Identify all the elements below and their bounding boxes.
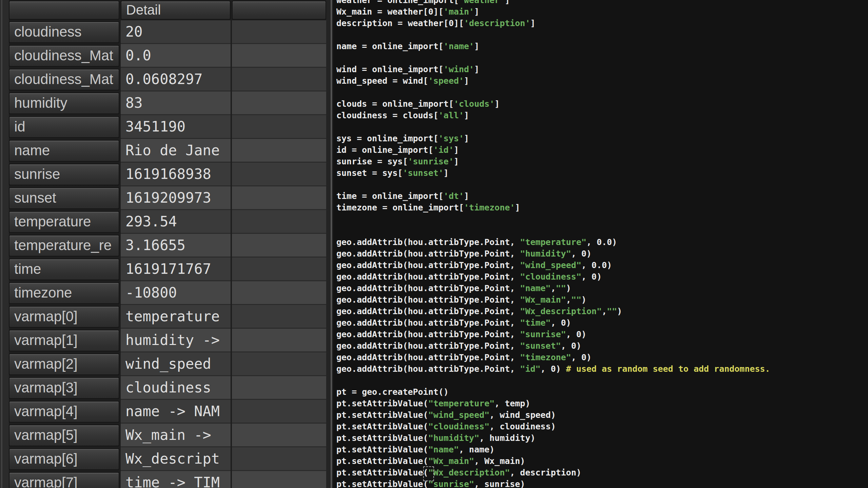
attribute-value-cell: cloudiness — [121, 376, 231, 400]
code-line: geo.addAttrib(hou.attribType.Point, "sun… — [336, 340, 770, 352]
attribute-name-cell[interactable]: cloudiness — [9, 21, 119, 43]
code-line: pt.setAttribValue("Wx_main", Wx_main) — [336, 455, 770, 467]
code-line: Wx_main = weather[0]['main'] — [336, 6, 770, 18]
code-line — [336, 87, 770, 98]
attribute-value-cell: 0.0 — [121, 44, 231, 68]
attribute-name-cell[interactable]: time — [9, 259, 119, 280]
attribute-value-cell: Rio de Jane — [121, 139, 231, 163]
attribute-row: varmap[3]cloudiness — [9, 376, 326, 400]
code-line: name = online_import['name'] — [336, 41, 770, 52]
code-line — [336, 179, 770, 190]
code-line: wind = online_import['wind'] — [336, 64, 770, 75]
attribute-row: cloudiness20 — [9, 20, 326, 44]
code-line: pt.setAttribValue("temperature", temp) — [336, 398, 770, 409]
code-line: sunrise = sys['sunrise'] — [336, 156, 770, 167]
attribute-extra-cell — [232, 258, 326, 281]
code-line: id = online_import['id'] — [336, 144, 770, 156]
attribute-extra-cell — [232, 92, 326, 115]
attribute-name-cell[interactable]: varmap[3] — [9, 377, 119, 399]
attribute-name-cell[interactable]: temperature — [9, 211, 119, 233]
column-header-extra[interactable] — [232, 1, 326, 20]
attribute-name-cell[interactable]: sunset — [9, 187, 119, 209]
code-line: geo.addAttrib(hou.attribType.Point, "Wx_… — [336, 294, 770, 306]
python-code-editor[interactable]: weather = online_import['weather']Wx_mai… — [334, 0, 868, 488]
attribute-extra-cell — [232, 447, 326, 471]
attribute-name-cell[interactable]: humidity — [9, 93, 119, 114]
attribute-extra-cell — [232, 376, 326, 400]
attribute-name-cell[interactable]: varmap[0] — [9, 306, 119, 328]
attribute-row: humidity83 — [9, 92, 326, 115]
attribute-name-cell[interactable]: timezone — [9, 282, 119, 304]
code-line: sunset = sys['sunset'] — [336, 167, 770, 179]
attribute-extra-cell — [232, 352, 326, 376]
column-header-detail[interactable]: Detail — [121, 1, 231, 20]
attribute-extra-cell — [232, 424, 326, 447]
code-text[interactable]: weather = online_import['weather']Wx_mai… — [336, 0, 770, 488]
code-line — [336, 121, 770, 133]
attribute-name-cell[interactable]: varmap[4] — [9, 401, 119, 423]
code-line: wind_speed = wind['speed'] — [336, 75, 770, 87]
attribute-value-cell: 293.54 — [121, 210, 231, 234]
code-line — [336, 214, 770, 225]
attribute-value-cell: temperature — [121, 305, 231, 329]
attribute-value-cell: 20 — [121, 20, 231, 44]
attribute-value-cell: -10800 — [121, 281, 231, 305]
panel-divider[interactable] — [326, 0, 334, 488]
attribute-extra-cell — [232, 139, 326, 163]
attribute-name-cell[interactable]: temperature_re — [9, 235, 119, 257]
attribute-name-cell[interactable]: cloudiness_Mat — [9, 69, 119, 90]
code-line: pt.setAttribValue("sunrise", sunrise) — [336, 479, 770, 488]
attribute-value-cell: Wx_descript — [121, 447, 231, 471]
attribute-extra-cell — [232, 68, 326, 92]
attribute-name-cell[interactable]: varmap[5] — [9, 425, 119, 446]
code-line: geo.addAttrib(hou.attribType.Point, "tim… — [336, 317, 770, 329]
spreadsheet-header-row: Detail — [9, 0, 326, 20]
attribute-extra-cell — [232, 163, 326, 186]
attribute-row: varmap[5]Wx_main -> — [9, 424, 326, 447]
attribute-extra-cell — [232, 186, 326, 210]
panel-left-border — [1, 0, 2, 488]
attribute-row: cloudiness_Mat0.0608297 — [9, 68, 326, 92]
attribute-row: temperature293.54 — [9, 210, 326, 234]
code-line: pt.setAttribValue("cloudiness", cloudine… — [336, 421, 770, 432]
attribute-row: varmap[1]humidity -> — [9, 329, 326, 352]
spreadsheet-rows: cloudiness20cloudiness_Mat0.0cloudiness_… — [9, 20, 326, 488]
attribute-value-cell: wind_speed — [121, 352, 231, 376]
attribute-name-cell[interactable]: varmap[7] — [9, 472, 119, 488]
attribute-name-cell[interactable]: name — [9, 140, 119, 162]
code-line: pt.setAttribValue("name", name) — [336, 444, 770, 455]
column-header-name[interactable] — [9, 1, 119, 20]
attribute-row: time1619171767 — [9, 258, 326, 281]
attribute-value-cell: time -> TIM — [121, 471, 231, 488]
houdini-window: Detail cloudiness20cloudiness_Mat0.0clou… — [0, 0, 868, 488]
code-line: weather = online_import['weather'] — [336, 0, 770, 6]
attribute-row: temperature_re3.16655 — [9, 234, 326, 258]
attribute-value-cell: humidity -> — [121, 329, 231, 352]
attribute-value-cell: 1619209973 — [121, 186, 231, 210]
code-line: pt.setAttribValue("humidity", humidity) — [336, 432, 770, 444]
code-line: timezone = online_import['timezone'] — [336, 202, 770, 214]
code-line: geo.addAttrib(hou.attribType.Point, "sun… — [336, 329, 770, 340]
attribute-name-cell[interactable]: varmap[6] — [9, 448, 119, 470]
attribute-value-cell: 0.0608297 — [121, 68, 231, 92]
attribute-name-cell[interactable]: varmap[1] — [9, 330, 119, 351]
code-line: cloudiness = clouds['all'] — [336, 110, 770, 121]
attribute-value-cell: 3451190 — [121, 115, 231, 139]
attribute-name-cell[interactable]: id — [9, 116, 119, 138]
attribute-row: sunrise1619168938 — [9, 163, 326, 186]
attribute-value-cell: 3.16655 — [121, 234, 231, 258]
attribute-name-cell[interactable]: sunrise — [9, 164, 119, 185]
code-line — [336, 225, 770, 237]
attribute-extra-cell — [232, 281, 326, 305]
attribute-row: nameRio de Jane — [9, 139, 326, 163]
attribute-extra-cell — [232, 400, 326, 424]
attribute-name-cell[interactable]: cloudiness_Mat — [9, 45, 119, 67]
attribute-value-cell: 1619171767 — [121, 258, 231, 281]
attribute-value-cell: 1619168938 — [121, 163, 231, 186]
code-line: pt.setAttribValue("wind_speed", wind_spe… — [336, 409, 770, 421]
code-line: pt = geo.createPoint() — [336, 386, 770, 398]
attribute-extra-cell — [232, 44, 326, 68]
attribute-value-cell: name -> NAM — [121, 400, 231, 424]
attribute-value-cell: 83 — [121, 92, 231, 115]
attribute-name-cell[interactable]: varmap[2] — [9, 353, 119, 375]
